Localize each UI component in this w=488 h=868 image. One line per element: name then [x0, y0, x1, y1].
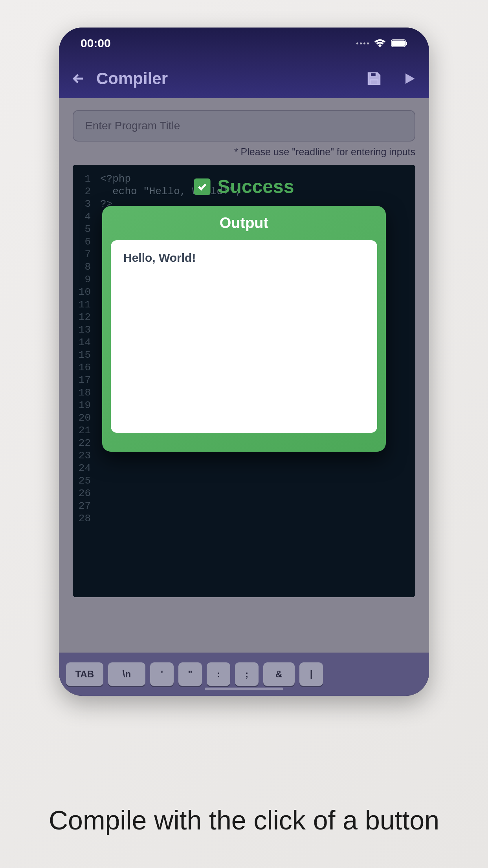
svg-rect-1: [392, 40, 405, 46]
content-area: * Please use "readline" for entering inp…: [59, 98, 429, 653]
output-modal: Output Hello, World!: [102, 206, 386, 452]
status-bar: 00:00: [59, 28, 429, 59]
success-badge: Success: [194, 176, 294, 197]
back-arrow-icon[interactable]: [71, 71, 86, 86]
marketing-caption: Compile with the click of a button: [0, 804, 488, 837]
status-time: 00:00: [81, 37, 111, 50]
key-newline[interactable]: \n: [108, 662, 145, 686]
code-line-1: <?php: [100, 173, 131, 185]
status-icons: [356, 39, 407, 48]
save-icon[interactable]: [366, 71, 382, 86]
input-hint: * Please use "readline" for entering inp…: [59, 146, 429, 165]
key-doublequote[interactable]: ": [178, 662, 202, 686]
signal-dots-icon: [356, 42, 369, 44]
key-tab[interactable]: TAB: [66, 662, 103, 686]
key-singlequote[interactable]: ': [150, 662, 174, 686]
home-indicator[interactable]: [205, 688, 283, 690]
svg-rect-2: [406, 42, 407, 45]
output-text: Hello, World!: [123, 251, 365, 265]
check-icon: [194, 178, 211, 195]
app-header: Compiler: [59, 59, 429, 98]
battery-icon: [391, 39, 407, 47]
key-pipe[interactable]: |: [299, 662, 323, 686]
key-ampersand[interactable]: &: [263, 662, 295, 686]
title-input-container: [59, 98, 429, 146]
wifi-icon: [374, 39, 385, 48]
output-title: Output: [111, 215, 377, 232]
code-editor[interactable]: 1234567891011121314151617181920212223242…: [73, 165, 415, 597]
key-semicolon[interactable]: ;: [235, 662, 259, 686]
play-icon[interactable]: [402, 71, 417, 86]
phone-frame: 00:00 Compiler: [59, 28, 429, 696]
success-label: Success: [218, 176, 294, 197]
page-title: Compiler: [96, 69, 347, 88]
key-colon[interactable]: :: [207, 662, 230, 686]
line-gutter: 1234567891011121314151617181920212223242…: [73, 173, 96, 597]
program-title-input[interactable]: [73, 110, 415, 142]
output-content: Hello, World!: [111, 240, 377, 433]
